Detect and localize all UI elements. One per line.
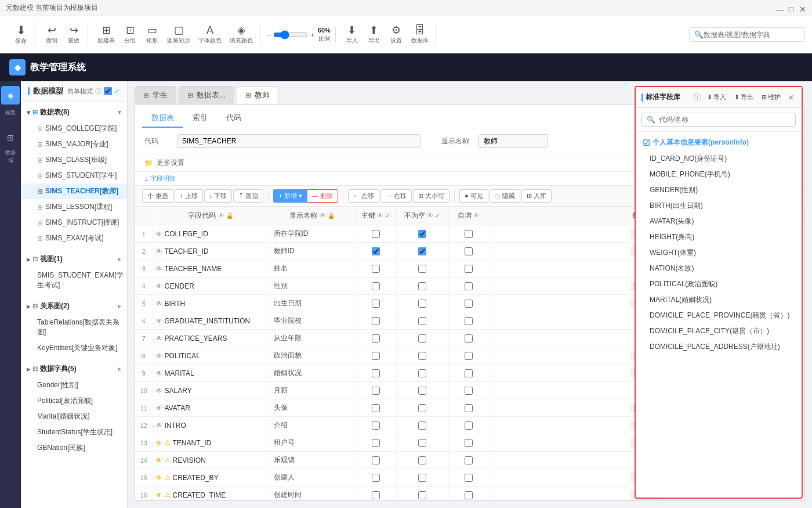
relations-section-header[interactable]: ▸ ⊟ 关系图(2) ▸	[21, 298, 127, 315]
std-import-button[interactable]: ⬇ 导入	[705, 92, 728, 103]
primary-key-checkbox[interactable]	[372, 317, 380, 325]
resize-button[interactable]: ⊞ 大小写	[413, 189, 449, 203]
primary-key-checkbox[interactable]	[372, 230, 380, 238]
left-button[interactable]: ← 左移	[348, 189, 379, 203]
code-input[interactable]	[177, 134, 420, 148]
not-null-checkbox[interactable]	[418, 456, 426, 464]
cell-primary-key[interactable]	[356, 278, 396, 295]
auto-inc-checkbox[interactable]	[465, 491, 473, 499]
row-eye-icon[interactable]: 👁	[155, 439, 162, 447]
not-null-checkbox[interactable]	[418, 387, 426, 395]
auto-inc-checkbox[interactable]	[465, 439, 473, 447]
move-down-button[interactable]: ↓ 下移	[204, 189, 233, 203]
cell-not-null[interactable]	[396, 295, 448, 312]
row-eye-icon[interactable]: 👁	[155, 491, 162, 499]
not-null-checkbox[interactable]	[418, 491, 426, 499]
std-maintain-button[interactable]: ⊞ 维护	[759, 92, 783, 103]
primary-key-checkbox[interactable]	[372, 474, 380, 482]
cell-primary-key[interactable]	[356, 225, 396, 243]
std-field-item[interactable]: MOBILE_PHONE(手机号)	[636, 167, 802, 182]
tab-teacher[interactable]: ⊞ 教师	[237, 86, 278, 104]
not-null-checkbox[interactable]	[418, 247, 426, 255]
sidebar-item-exam[interactable]: ⊞ SIMS_EXAM[考试]	[21, 230, 127, 246]
cell-not-null[interactable]	[396, 417, 448, 434]
sidebar-item-student-status[interactable]: StudentStatus[学生状态]	[21, 424, 127, 440]
std-field-item[interactable]: GENDER(性别)	[636, 182, 802, 198]
cell-primary-key[interactable]	[356, 330, 396, 347]
zoom-plus[interactable]: +	[310, 31, 314, 38]
not-null-checkbox[interactable]	[418, 265, 426, 273]
maximize-button[interactable]: □	[788, 5, 795, 12]
primary-key-checkbox[interactable]	[372, 282, 380, 290]
cell-auto-inc[interactable]	[448, 365, 489, 382]
cell-not-null[interactable]	[396, 452, 448, 469]
tab-student[interactable]: ⊞ 学生	[135, 86, 176, 104]
std-group-personal-info[interactable]: ☑ 个人基本信息要素(personInfo)	[636, 134, 802, 151]
delete-button[interactable]: — 删除	[307, 189, 338, 203]
std-export-button[interactable]: ⬆ 导出	[732, 92, 756, 103]
primary-key-checkbox[interactable]	[372, 265, 380, 273]
std-field-item[interactable]: DOMICILE_PLACE_ADDRESS(户籍地址)	[636, 339, 802, 355]
cell-primary-key[interactable]	[356, 295, 396, 312]
cell-primary-key[interactable]	[356, 260, 396, 278]
cell-not-null[interactable]	[396, 382, 448, 399]
cell-primary-key[interactable]	[356, 452, 396, 469]
row-eye-icon[interactable]: 👁	[155, 387, 162, 395]
cell-primary-key[interactable]	[356, 347, 396, 365]
sidebar-item-student-exam[interactable]: SMIS_STUDENT_EXAM[学生考试]	[21, 268, 127, 293]
sidebar-item-table-relations[interactable]: TableRelations[数据表关系图]	[21, 315, 127, 340]
primary-key-checkbox[interactable]	[372, 439, 380, 447]
redo-button[interactable]: ↪ 重做	[63, 23, 84, 47]
views-section-header[interactable]: ▸ ⊡ 视图(1) ▸	[21, 251, 127, 268]
not-null-checkbox[interactable]	[418, 334, 426, 343]
split-button[interactable]: ⊡ 分组	[119, 23, 140, 47]
sidebar-icon-data[interactable]: ⊞	[1, 128, 20, 147]
row-eye-icon[interactable]: 👁	[155, 247, 162, 255]
std-field-item[interactable]: DOMICILE_PLACE_CITY(籍贯（市）)	[636, 323, 802, 339]
database-button[interactable]: 🗄 数据库	[408, 23, 432, 47]
cell-primary-key[interactable]	[356, 487, 396, 501]
row-eye-icon[interactable]: 👁	[155, 300, 162, 308]
auto-inc-checkbox[interactable]	[465, 456, 473, 464]
close-button[interactable]: ✕	[799, 5, 806, 12]
zoom-minus[interactable]: −	[267, 31, 271, 38]
primary-key-checkbox[interactable]	[372, 300, 380, 308]
primary-key-checkbox[interactable]	[372, 369, 380, 377]
dictionaries-section-header[interactable]: ▸ ⊟ 数据字典(5) ▸	[21, 361, 127, 377]
cell-auto-inc[interactable]	[448, 260, 489, 278]
std-field-item[interactable]: ID_CARD_NO(身份证号)	[636, 151, 802, 167]
cell-primary-key[interactable]	[356, 399, 396, 417]
not-null-checkbox[interactable]	[418, 369, 426, 377]
row-eye-icon[interactable]: 👁	[155, 265, 162, 273]
save-button[interactable]: ⬇ 保存	[10, 22, 31, 48]
auto-inc-checkbox[interactable]	[465, 369, 473, 377]
undo-button[interactable]: ↩ 撤销	[41, 23, 62, 47]
visible-button[interactable]: ● 可见	[459, 189, 488, 203]
cell-auto-inc[interactable]	[448, 225, 489, 243]
move-up-button[interactable]: ↑ 上移	[175, 189, 203, 203]
cell-not-null[interactable]	[396, 330, 448, 347]
not-null-checkbox[interactable]	[418, 300, 426, 308]
auto-inc-checkbox[interactable]	[465, 230, 473, 238]
cell-auto-inc[interactable]	[448, 434, 489, 452]
cell-primary-key[interactable]	[356, 312, 396, 330]
cell-not-null[interactable]	[396, 347, 448, 365]
primary-key-checkbox[interactable]	[372, 334, 380, 343]
primary-key-checkbox[interactable]	[372, 387, 380, 395]
right-button[interactable]: → 右移	[380, 189, 412, 203]
not-null-checkbox[interactable]	[418, 352, 426, 360]
auto-inc-checkbox[interactable]	[465, 247, 473, 255]
not-null-checkbox[interactable]	[418, 421, 426, 430]
round-rect-button[interactable]: ▢ 圆角矩形	[164, 23, 194, 47]
not-null-checkbox[interactable]	[418, 317, 426, 325]
cell-auto-inc[interactable]	[448, 469, 489, 487]
cell-not-null[interactable]	[396, 278, 448, 295]
export-button[interactable]: ⬆ 导出	[364, 23, 385, 47]
cell-not-null[interactable]	[396, 487, 448, 501]
cell-primary-key[interactable]	[356, 243, 396, 260]
cell-auto-inc[interactable]	[448, 487, 489, 501]
auto-inc-checkbox[interactable]	[465, 387, 473, 395]
primary-key-checkbox[interactable]	[372, 456, 380, 464]
row-eye-icon[interactable]: 👁	[155, 456, 162, 464]
cell-auto-inc[interactable]	[448, 399, 489, 417]
